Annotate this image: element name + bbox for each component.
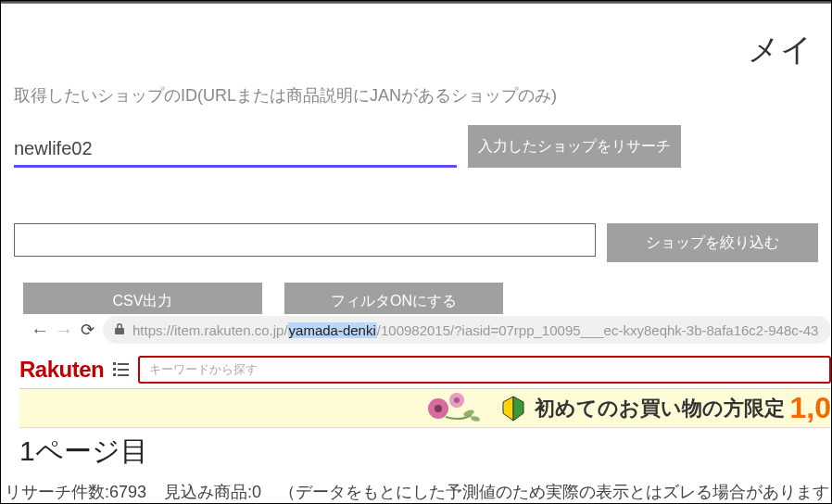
research-button[interactable]: 入力したショップをリサーチ bbox=[468, 125, 681, 168]
flower-decoration-icon bbox=[418, 389, 511, 428]
filter-row: ショップを絞り込む bbox=[14, 223, 831, 262]
research-count-label: リサーチ件数: bbox=[5, 483, 109, 501]
research-count: リサーチ件数:6793 bbox=[5, 483, 151, 501]
nav-forward-icon[interactable]: → bbox=[55, 320, 71, 341]
mikomi-count: 見込み商品:0 bbox=[164, 483, 266, 501]
stats-note: （データをもとにした予測値のため実際の表示とはズレる場合があります） bbox=[279, 483, 832, 501]
address-bar[interactable]: https://item.rakuten.co.jp/yamada-denki/… bbox=[103, 316, 831, 344]
filter-input[interactable] bbox=[14, 223, 596, 257]
rakuten-search-placeholder: キーワードから探す bbox=[149, 361, 258, 378]
filter-button[interactable]: ショップを絞り込む bbox=[607, 223, 818, 262]
rakuten-search-input[interactable]: キーワードから探す bbox=[138, 356, 831, 384]
shop-id-row: 入力したショップをリサーチ bbox=[14, 125, 831, 168]
mikomi-value: 0 bbox=[252, 483, 261, 501]
stats-row: リサーチ件数:6793 見込み商品:0 （データをもとにした予測値のため実際の表… bbox=[5, 481, 831, 503]
url-prefix: https://item.rakuten.co.jp/ bbox=[132, 322, 288, 338]
promo-text: 初めてのお買い物の方限定 bbox=[535, 395, 785, 422]
rakuten-header: Rakuten キーワードから探す bbox=[19, 352, 831, 389]
shop-id-label: 取得したいショップのID(URLまたは商品説明にJANがあるショップのみ) bbox=[14, 84, 831, 107]
research-count-value: 6793 bbox=[109, 483, 146, 501]
url-suffix: /100982015/?iasid=07rpp_10095___ec-kxy8e… bbox=[377, 322, 819, 338]
lock-icon bbox=[114, 322, 125, 338]
url-highlighted-segment: yamada-denki bbox=[288, 322, 377, 338]
page-heading: 1ページ目 bbox=[19, 433, 148, 471]
promo-banner[interactable]: 初めてのお買い物の方限定 1,0 bbox=[19, 389, 831, 428]
browser-bar: ← → ⟳ https://item.rakuten.co.jp/yamada-… bbox=[23, 314, 831, 346]
page-title-partial: メイ bbox=[748, 29, 813, 71]
svg-point-1 bbox=[435, 405, 442, 412]
shop-id-input[interactable] bbox=[14, 134, 457, 168]
rakuten-logo[interactable]: Rakuten bbox=[19, 357, 104, 383]
main-form: 取得したいショップのID(URLまたは商品説明にJANがあるショップのみ) 入力… bbox=[14, 84, 831, 320]
nav-back-icon[interactable]: ← bbox=[31, 320, 47, 341]
window-top-edge bbox=[1, 1, 831, 4]
mikomi-label: 見込み商品: bbox=[164, 483, 252, 501]
svg-point-5 bbox=[471, 415, 481, 422]
nav-reload-icon[interactable]: ⟳ bbox=[79, 320, 95, 340]
svg-point-3 bbox=[454, 397, 460, 403]
category-menu-icon[interactable] bbox=[113, 362, 129, 376]
promo-price-partial: 1,0 bbox=[790, 391, 831, 425]
